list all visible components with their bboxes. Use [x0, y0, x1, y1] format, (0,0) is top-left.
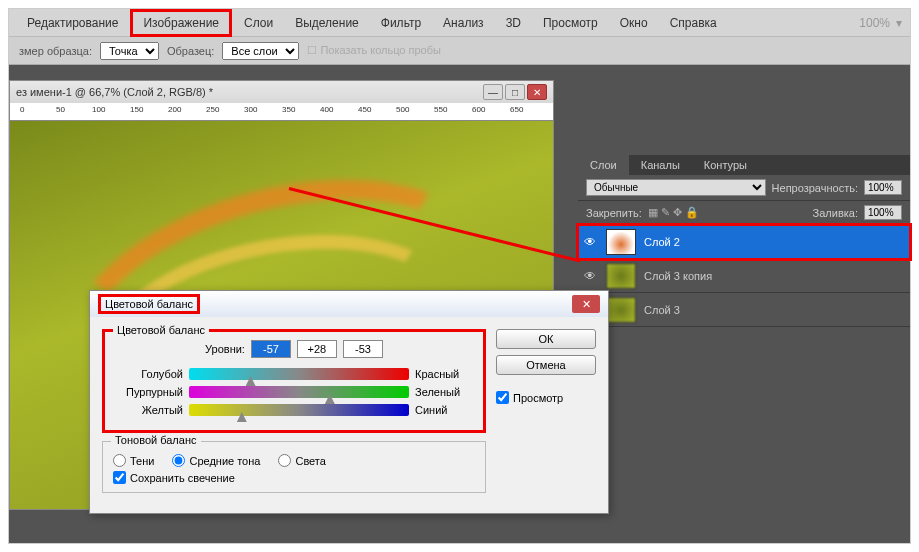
sample-select[interactable]: Все слои — [222, 42, 299, 60]
slider-label-cyan: Голубой — [115, 368, 183, 380]
tab-paths[interactable]: Контуры — [692, 155, 759, 175]
fill-label: Заливка: — [813, 207, 858, 219]
blend-mode-select[interactable]: Обычные — [586, 179, 766, 196]
sample-size-label: змер образца: — [19, 45, 92, 57]
lock-icons[interactable]: ▦ ✎ ✥ 🔒 — [648, 206, 699, 219]
tone-balance-fieldset: Тоновой баланс Тени Средние тона Света С… — [102, 441, 486, 493]
visibility-icon[interactable]: 👁 — [584, 269, 598, 283]
menu-view[interactable]: Просмотр — [533, 12, 608, 34]
slider-label-blue: Синий — [415, 404, 473, 416]
slider-label-green: Зеленый — [415, 386, 473, 398]
layer-thumbnail[interactable] — [606, 229, 636, 255]
document-titlebar[interactable]: ез имени-1 @ 66,7% (Слой 2, RGB/8) * — □… — [10, 81, 553, 103]
slider-label-yellow: Желтый — [115, 404, 183, 416]
workarea: ез имени-1 @ 66,7% (Слой 2, RGB/8) * — □… — [9, 65, 910, 543]
opacity-input[interactable] — [864, 180, 902, 195]
close-button[interactable]: ✕ — [527, 84, 547, 100]
layer-thumbnail[interactable] — [606, 263, 636, 289]
tab-layers[interactable]: Слои — [578, 155, 629, 175]
dialog-titlebar[interactable]: Цветовой баланс ✕ — [90, 291, 608, 317]
menu-filter[interactable]: Фильтр — [371, 12, 431, 34]
layer-row-selected[interactable]: 👁 Слой 2 — [578, 225, 910, 259]
fill-input[interactable] — [864, 205, 902, 220]
maximize-button[interactable]: □ — [505, 84, 525, 100]
dialog-title: Цветовой баланс — [98, 294, 200, 314]
layer-name: Слой 2 — [644, 236, 680, 248]
radio-midtones[interactable]: Средние тона — [172, 454, 260, 467]
fieldset-legend: Цветовой баланс — [113, 324, 209, 336]
yellow-blue-slider[interactable] — [189, 404, 409, 416]
slider-label-magenta: Пурпурный — [115, 386, 183, 398]
fieldset-legend: Тоновой баланс — [111, 434, 201, 446]
menu-window[interactable]: Окно — [610, 12, 658, 34]
radio-shadows[interactable]: Тени — [113, 454, 154, 467]
ruler-horizontal: 050 100150 200250 300350 400450 500550 6… — [10, 103, 553, 121]
tab-channels[interactable]: Каналы — [629, 155, 692, 175]
radio-highlights[interactable]: Света — [278, 454, 325, 467]
level-cyan-input[interactable] — [251, 340, 291, 358]
cancel-button[interactable]: Отмена — [496, 355, 596, 375]
sample-label: Образец: — [167, 45, 214, 57]
levels-label: Уровни: — [205, 343, 245, 355]
menu-image[interactable]: Изображение — [130, 9, 232, 37]
ring-checkbox[interactable]: ☐ Показать кольцо пробы — [307, 44, 441, 57]
menu-help[interactable]: Справка — [660, 12, 727, 34]
level-yellow-input[interactable] — [343, 340, 383, 358]
layer-name: Слой 3 — [644, 304, 680, 316]
chevron-down-icon[interactable]: ▾ — [896, 16, 902, 30]
ok-button[interactable]: ОК — [496, 329, 596, 349]
preserve-luminosity-checkbox[interactable]: Сохранить свечение — [113, 471, 475, 484]
sample-size-select[interactable]: Точка — [100, 42, 159, 60]
app-window: Редактирование Изображение Слои Выделени… — [8, 8, 911, 544]
magenta-green-slider[interactable] — [189, 386, 409, 398]
color-balance-fieldset: Цветовой баланс Уровни: Голубой Красный — [102, 329, 486, 433]
menu-analysis[interactable]: Анализ — [433, 12, 494, 34]
dialog-close-button[interactable]: ✕ — [572, 295, 600, 313]
menubar: Редактирование Изображение Слои Выделени… — [9, 9, 910, 37]
menu-edit[interactable]: Редактирование — [17, 12, 128, 34]
level-magenta-input[interactable] — [297, 340, 337, 358]
zoom-value[interactable]: 100% — [859, 16, 890, 30]
lock-label: Закрепить: — [586, 207, 642, 219]
document-title: ез имени-1 @ 66,7% (Слой 2, RGB/8) * — [16, 86, 213, 98]
cyan-red-slider[interactable] — [189, 368, 409, 380]
menu-3d[interactable]: 3D — [496, 12, 531, 34]
layer-thumbnail[interactable] — [606, 297, 636, 323]
layer-row[interactable]: 👁 Слой 3 копия — [578, 259, 910, 293]
visibility-icon[interactable]: 👁 — [584, 235, 598, 249]
layer-row[interactable]: Слой 3 — [578, 293, 910, 327]
menu-layers[interactable]: Слои — [234, 12, 283, 34]
preview-checkbox[interactable]: Просмотр — [496, 391, 596, 404]
options-bar: змер образца: Точка Образец: Все слои ☐ … — [9, 37, 910, 65]
slider-label-red: Красный — [415, 368, 473, 380]
menu-select[interactable]: Выделение — [285, 12, 369, 34]
minimize-button[interactable]: — — [483, 84, 503, 100]
color-balance-dialog: Цветовой баланс ✕ Цветовой баланс Уровни… — [89, 290, 609, 514]
opacity-label: Непрозрачность: — [772, 182, 858, 194]
layers-panel: Слои Каналы Контуры Обычные Непрозрачнос… — [578, 155, 910, 327]
layer-name: Слой 3 копия — [644, 270, 712, 282]
